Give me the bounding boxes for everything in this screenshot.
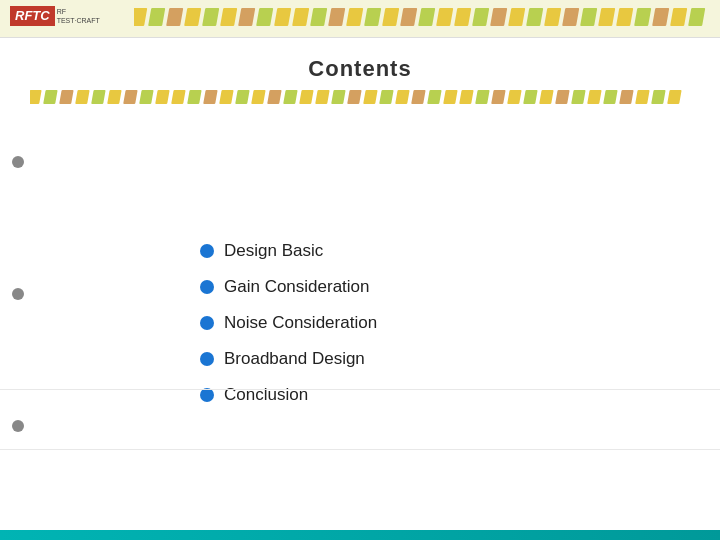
list-label-1: Design Basic — [224, 241, 323, 261]
svg-rect-33 — [43, 90, 57, 104]
page-title: Contents — [0, 56, 720, 82]
list-label-5: Conclusion — [224, 385, 308, 405]
svg-rect-1 — [148, 8, 165, 26]
svg-rect-53 — [363, 90, 377, 104]
svg-rect-13 — [364, 8, 381, 26]
svg-rect-55 — [395, 90, 409, 104]
svg-rect-63 — [523, 90, 537, 104]
svg-rect-48 — [283, 90, 297, 104]
list-bullet-5 — [200, 388, 214, 402]
svg-rect-38 — [123, 90, 137, 104]
svg-rect-67 — [587, 90, 601, 104]
svg-rect-31 — [688, 8, 705, 26]
slide: RFTC RF TEST·CRAFT — [0, 0, 720, 540]
svg-rect-16 — [418, 8, 435, 26]
svg-rect-46 — [251, 90, 265, 104]
svg-rect-71 — [651, 90, 665, 104]
svg-rect-52 — [347, 90, 361, 104]
svg-rect-70 — [635, 90, 649, 104]
svg-rect-58 — [443, 90, 457, 104]
svg-rect-66 — [571, 90, 585, 104]
svg-rect-60 — [475, 90, 489, 104]
svg-rect-22 — [526, 8, 543, 26]
list-item-1: Design Basic — [200, 237, 660, 265]
svg-rect-40 — [155, 90, 169, 104]
svg-rect-19 — [472, 8, 489, 26]
svg-rect-34 — [59, 90, 73, 104]
svg-rect-3 — [184, 8, 201, 26]
top-banner: RFTC RF TEST·CRAFT — [0, 0, 720, 38]
logo-sub: RF TEST·CRAFT — [57, 7, 100, 25]
svg-rect-23 — [544, 8, 561, 26]
svg-rect-18 — [454, 8, 471, 26]
svg-rect-8 — [274, 8, 291, 26]
list-item-2: Gain Consideration — [200, 273, 660, 301]
svg-rect-30 — [670, 8, 687, 26]
h-line-2 — [0, 449, 720, 450]
svg-rect-50 — [315, 90, 329, 104]
svg-rect-42 — [187, 90, 201, 104]
list-item-3: Noise Consideration — [200, 309, 660, 337]
logo-area: RFTC RF TEST·CRAFT — [10, 6, 100, 26]
svg-rect-45 — [235, 90, 249, 104]
svg-rect-41 — [171, 90, 185, 104]
h-line-1 — [0, 389, 720, 390]
banner-icons — [130, 4, 718, 34]
list-bullet-3 — [200, 316, 214, 330]
svg-rect-59 — [459, 90, 473, 104]
svg-rect-24 — [562, 8, 579, 26]
bottom-bar — [0, 530, 720, 540]
svg-rect-64 — [539, 90, 553, 104]
title-deco-svg — [30, 88, 690, 108]
svg-rect-28 — [634, 8, 651, 26]
svg-rect-37 — [107, 90, 121, 104]
list-label-3: Noise Consideration — [224, 313, 377, 333]
svg-rect-12 — [346, 8, 363, 26]
svg-rect-61 — [491, 90, 505, 104]
svg-rect-21 — [508, 8, 525, 26]
svg-rect-5 — [220, 8, 237, 26]
svg-rect-27 — [616, 8, 633, 26]
list-bullet-2 — [200, 280, 214, 294]
svg-rect-0 — [134, 8, 147, 26]
svg-rect-2 — [166, 8, 183, 26]
logo-brand: RFTC — [10, 6, 55, 26]
title-deco-row — [20, 88, 700, 108]
list-label-4: Broadband Design — [224, 349, 365, 369]
svg-rect-44 — [219, 90, 233, 104]
svg-rect-26 — [598, 8, 615, 26]
content-list: Design Basic Gain Consideration Noise Co… — [0, 116, 720, 530]
list-bullet-1 — [200, 244, 214, 258]
svg-rect-20 — [490, 8, 507, 26]
svg-rect-65 — [555, 90, 569, 104]
svg-rect-14 — [382, 8, 399, 26]
svg-rect-49 — [299, 90, 313, 104]
svg-rect-11 — [328, 8, 345, 26]
side-dot-2 — [12, 288, 24, 300]
svg-rect-6 — [238, 8, 255, 26]
svg-rect-36 — [91, 90, 105, 104]
svg-rect-54 — [379, 90, 393, 104]
svg-rect-57 — [427, 90, 441, 104]
list-label-2: Gain Consideration — [224, 277, 370, 297]
svg-rect-56 — [411, 90, 425, 104]
svg-rect-43 — [203, 90, 217, 104]
svg-rect-29 — [652, 8, 669, 26]
svg-rect-9 — [292, 8, 309, 26]
side-dot-1 — [12, 156, 24, 168]
svg-rect-7 — [256, 8, 273, 26]
svg-rect-4 — [202, 8, 219, 26]
list-item-4: Broadband Design — [200, 345, 660, 373]
svg-rect-62 — [507, 90, 521, 104]
svg-rect-17 — [436, 8, 453, 26]
svg-rect-10 — [310, 8, 327, 26]
svg-rect-39 — [139, 90, 153, 104]
svg-rect-25 — [580, 8, 597, 26]
svg-rect-35 — [75, 90, 89, 104]
svg-rect-69 — [619, 90, 633, 104]
banner-svg — [134, 4, 714, 34]
left-deco — [0, 76, 36, 520]
list-item-5: Conclusion — [200, 381, 660, 409]
svg-rect-47 — [267, 90, 281, 104]
side-dot-3 — [12, 420, 24, 432]
